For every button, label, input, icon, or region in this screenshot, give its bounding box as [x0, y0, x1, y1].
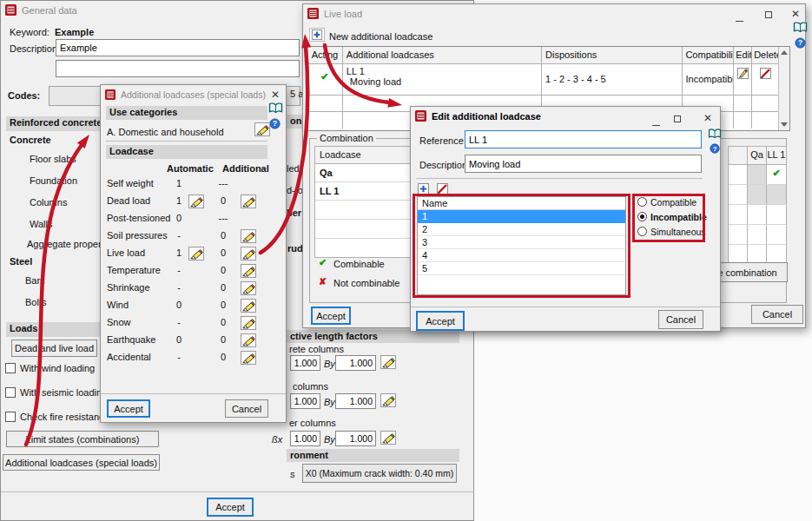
description2-input[interactable] [56, 60, 300, 77]
factor-input[interactable] [290, 393, 320, 409]
edit-add-icon[interactable] [241, 195, 256, 208]
description-input[interactable] [465, 155, 702, 173]
beams-crack-width-button[interactable]: X0 (Maximum crack width: 0.40 mm) [302, 464, 457, 483]
edit-loadcase-dialog: Edit additional loadcase ✕ Reference Des… [410, 106, 721, 332]
description-input[interactable] [56, 39, 300, 56]
loadcase-label: Dead load [107, 195, 150, 206]
close-icon[interactable]: ✕ [271, 89, 280, 100]
matrix-header-row: Qa LL 1 [729, 147, 786, 165]
factor-input[interactable] [335, 393, 376, 409]
docs-book-icon[interactable] [793, 22, 808, 35]
factor-input[interactable] [290, 355, 320, 371]
edit-auto-icon[interactable] [188, 247, 204, 260]
edit-add-icon[interactable] [241, 264, 256, 278]
not-combinable-legend-icon: ✘ [319, 276, 327, 287]
minimize-icon[interactable] [736, 13, 743, 23]
addl-cancel-button[interactable]: Cancel [225, 399, 268, 418]
maximize-icon[interactable] [765, 10, 772, 20]
matrix-row [729, 225, 786, 245]
add-count: 0 [212, 230, 234, 241]
loadcase-label: Live load [107, 247, 145, 258]
fire-resistance-checkbox[interactable] [5, 412, 16, 422]
live-cancel-button[interactable]: Cancel [751, 305, 803, 324]
loads-header: Loads [6, 322, 100, 337]
additional-loadcases-dialog: Additional loadcases (special loads) ✕ U… [100, 84, 287, 423]
edit-row-icon[interactable] [736, 71, 749, 82]
loadcase-row: Dead load 1 0 [101, 195, 287, 210]
new-loadcase-icon[interactable] [309, 28, 325, 42]
edit-factor-icon[interactable] [380, 431, 396, 445]
nav-item-floor-slabs[interactable]: Floor slabs [30, 154, 76, 164]
edit-cancel-button[interactable]: Cancel [658, 310, 703, 329]
loadcase-label: Post-tensioned [107, 213, 170, 223]
edit-factor-icon[interactable] [380, 355, 396, 369]
auto-count: 1 [170, 247, 188, 258]
combination-matrix: Qa LL 1 ✔ [728, 146, 787, 265]
edit-category-icon[interactable] [254, 122, 270, 136]
edit-add-icon[interactable] [241, 351, 256, 365]
live-accept-button[interactable]: Accept [311, 307, 351, 325]
edit-add-icon[interactable] [241, 281, 256, 295]
close-icon[interactable]: ✕ [791, 9, 800, 19]
dialog-title: Edit additional loadcase [432, 111, 541, 122]
edit-add-icon[interactable] [241, 299, 256, 313]
dialog-title: Additional loadcases (special loads) [121, 89, 266, 100]
dead-and-live-load-button[interactable]: Dead and live load [11, 340, 97, 357]
factor-input[interactable] [290, 431, 320, 446]
nav-item-columns[interactable]: Columns [30, 197, 67, 208]
loadcase-label: Shrinkage [107, 282, 150, 293]
minimize-icon[interactable] [652, 117, 660, 128]
edit-factor-icon[interactable] [380, 393, 396, 407]
nav-group-steel: Steel [10, 256, 32, 267]
help-icon[interactable] [269, 118, 281, 131]
use-category-value: A. Domestic and household [107, 127, 224, 137]
add-count: 0 [212, 265, 234, 275]
additional-loadcases-button[interactable]: Additional loadcases (special loads) [3, 454, 160, 471]
edit-add-icon[interactable] [241, 333, 256, 347]
factor-input[interactable] [335, 355, 376, 371]
seismic-loading-checkbox[interactable] [5, 387, 16, 398]
live-load-titlebar: Live load [303, 4, 805, 23]
beta-x-label: ßx [272, 434, 282, 445]
factor-input[interactable] [335, 431, 376, 446]
add-count: --- [212, 178, 234, 188]
nav-item-bars[interactable]: Bars [25, 275, 45, 286]
loadcase-list-item[interactable]: LL 1 [315, 182, 411, 201]
edit-add-icon[interactable] [241, 247, 256, 260]
auto-count: 1 [170, 178, 188, 188]
description-label: Description [419, 160, 467, 170]
app-icon [307, 8, 319, 19]
loadcase-table-row[interactable]: ✔ LL 1 Moving load 1 - 2 - 3 - 4 - 5 Inc… [307, 64, 789, 96]
concrete-columns-label: rete columns [289, 344, 344, 354]
help-icon[interactable] [710, 143, 720, 155]
edit-accept-button[interactable]: Accept [416, 311, 465, 331]
combinable-legend-icon: ✔ [319, 257, 327, 268]
maximize-icon[interactable] [674, 114, 681, 124]
new-loadcase-label[interactable]: New additional loadcase [329, 31, 432, 42]
edit-add-icon[interactable] [241, 316, 256, 330]
col-edit: Edit [734, 47, 752, 63]
loadcase-list-item[interactable]: Qa [315, 164, 411, 182]
edit-auto-icon[interactable] [188, 195, 204, 208]
table-scrollbar[interactable] [778, 47, 789, 130]
nav-item-foundation[interactable]: Foundation [30, 175, 77, 186]
nav-item-bolts[interactable]: Bolts [25, 297, 46, 307]
edit-add-icon[interactable] [241, 229, 256, 243]
docs-book-icon[interactable] [708, 129, 722, 141]
addl-accept-button[interactable]: Accept [107, 399, 150, 418]
docs-book-icon[interactable] [268, 102, 283, 115]
nav-selected[interactable]: Reinforced concrete [6, 116, 100, 131]
auto-count: 0 [170, 334, 188, 345]
nav-item-walls[interactable]: Walls [30, 219, 52, 229]
delete-row-icon[interactable] [759, 71, 772, 82]
limit-states-button[interactable]: Limit states (combinations) [6, 431, 159, 447]
loadcase-header: Loadcase [106, 145, 267, 159]
auto-count: 0 [170, 213, 188, 223]
help-icon[interactable] [795, 37, 806, 50]
auto-count: - [170, 265, 188, 275]
col-delete: Delete [752, 47, 779, 63]
reference-input[interactable] [465, 130, 702, 148]
wind-loading-checkbox[interactable] [5, 363, 16, 373]
close-icon[interactable]: ✕ [703, 113, 712, 123]
general-accept-button[interactable]: Accept [207, 498, 254, 517]
